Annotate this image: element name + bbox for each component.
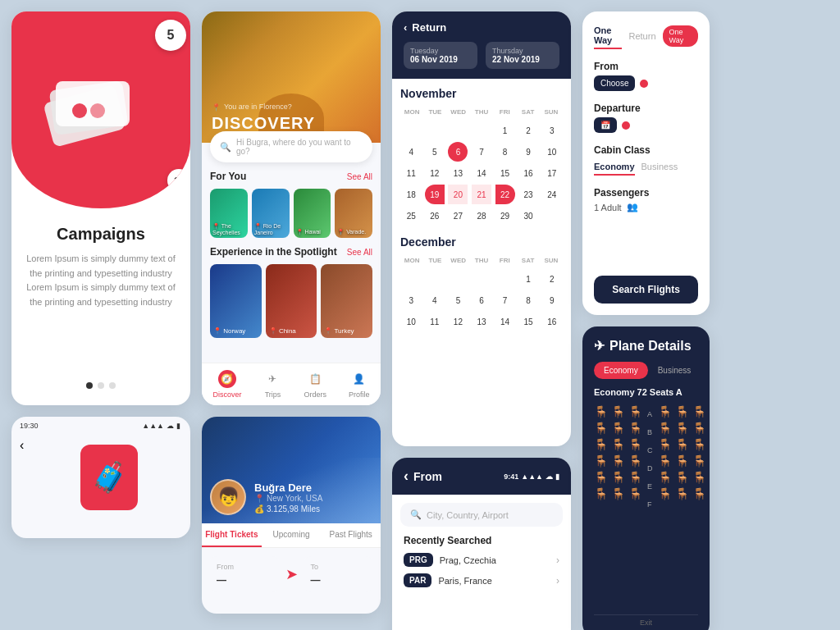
seat-e2[interactable]: 🪑: [611, 471, 625, 484]
seat-a3[interactable]: 🪑: [628, 405, 642, 418]
profile-header: 👦 Buğra Dere 📍 New York, USA 💰 3.125,98 …: [202, 417, 381, 523]
seat-re1[interactable]: 🪑: [658, 471, 672, 484]
seat-b2[interactable]: 🪑: [611, 422, 625, 435]
tab-past-flights[interactable]: Past Flights: [321, 523, 381, 547]
dot-1[interactable]: [86, 382, 93, 389]
back-button[interactable]: ‹: [20, 438, 24, 453]
seat-ra1[interactable]: 🪑: [658, 405, 672, 418]
one-way-option[interactable]: One Way: [594, 23, 622, 49]
photo-rio-label: 📍 Rio De Janeiro: [254, 223, 290, 235]
location-icon: 📍: [254, 494, 264, 503]
photo-rio[interactable]: 📍 Rio De Janeiro: [252, 189, 290, 238]
seat-a1[interactable]: 🪑: [594, 405, 608, 418]
seat-d3[interactable]: 🪑: [628, 454, 642, 468]
dep-date: 06 Nov 2019: [410, 55, 471, 64]
location-pin-icon: 📍: [212, 103, 221, 112]
business-option[interactable]: Business: [641, 159, 678, 176]
seat-rc2[interactable]: 🪑: [675, 438, 689, 451]
nav-discover[interactable]: 🧭 Discover: [212, 370, 241, 399]
seat-rd2[interactable]: 🪑: [675, 454, 689, 468]
seat-rd3[interactable]: 🪑: [692, 454, 706, 468]
discovery-search-bar[interactable]: 🔍 Hi Bugra, where do you want to go?: [210, 131, 372, 162]
photo-turkey[interactable]: 📍 Turkey: [321, 264, 372, 338]
seat-c1[interactable]: 🪑: [594, 438, 608, 451]
seat-rc1[interactable]: 🪑: [658, 438, 672, 451]
tab-upcoming[interactable]: Upcoming: [262, 523, 322, 547]
for-you-header: For You See All: [210, 171, 372, 182]
seat-c3[interactable]: 🪑: [628, 438, 642, 451]
nav-trips[interactable]: ✈ Trips: [263, 370, 281, 399]
campaigns-hero: 5 10 ↑: [11, 11, 190, 208]
seat-e1[interactable]: 🪑: [594, 471, 608, 484]
nav-orders[interactable]: 📋 Orders: [304, 370, 326, 399]
profile-name-block: Buğra Dere 📍 New York, USA 💰 3.125,98 Mi…: [254, 482, 322, 514]
from-search-input[interactable]: 🔍 City, Country, Airport: [400, 503, 563, 527]
seat-rb2[interactable]: 🪑: [675, 422, 689, 435]
photo-china[interactable]: 📍 China: [266, 264, 317, 338]
row-label-e: E: [647, 479, 653, 494]
recent-item-prg[interactable]: PRG Prag, Czechia ›: [404, 553, 559, 567]
seat-rb1[interactable]: 🪑: [658, 422, 672, 435]
departure-field: Departure 📅: [594, 103, 698, 133]
seat-e3-selected[interactable]: 🪑: [628, 471, 642, 484]
seat-re2[interactable]: 🪑: [675, 471, 689, 484]
return-date-box[interactable]: Thursday 22 Nov 2019: [486, 42, 559, 69]
photo-seychelles[interactable]: 📍 The Seychelles: [210, 189, 248, 238]
photo-varadero[interactable]: 📍 Varade.: [335, 189, 372, 238]
seat-rf1[interactable]: 🪑: [658, 487, 672, 500]
economy-option[interactable]: Economy: [594, 159, 635, 176]
prg-code: PRG: [404, 553, 433, 567]
dec-dow-row: MON TUE WED THU FRI SAT SUN: [400, 255, 563, 266]
dec-week-2: 3 4 5 6 7 8 9: [400, 290, 563, 310]
dot-3[interactable]: [109, 382, 116, 389]
cabin-options-row: Economy Business: [594, 159, 698, 176]
seat-rf3[interactable]: 🪑: [692, 487, 706, 500]
seat-a2[interactable]: 🪑: [611, 405, 625, 418]
seat-ra2[interactable]: 🪑: [675, 405, 689, 418]
choose-button[interactable]: Choose: [594, 75, 635, 91]
seat-f3[interactable]: 🪑: [628, 487, 642, 500]
seat-b1[interactable]: 🪑: [594, 422, 608, 435]
for-you-photos: 📍 The Seychelles 📍 Rio De Janeiro 📍 Hawa…: [210, 189, 372, 238]
seat-rc3[interactable]: 🪑: [692, 438, 706, 451]
dot-2[interactable]: [98, 382, 104, 389]
spotlight-see-all[interactable]: See All: [347, 248, 372, 257]
seat-d1[interactable]: 🪑: [594, 454, 608, 468]
from-back-icon[interactable]: ‹: [404, 468, 409, 485]
november-heading: November: [400, 87, 563, 100]
seat-re3[interactable]: 🪑: [692, 471, 706, 484]
passengers-field: Passengers 1 Adult 👥: [594, 187, 698, 212]
seat-rf2[interactable]: 🪑: [675, 487, 689, 500]
photo-norway[interactable]: 📍 Norway: [210, 264, 262, 338]
par-code: PAR: [404, 573, 431, 587]
for-you-see-all[interactable]: See All: [347, 172, 372, 181]
luggage-icon: 🧳: [80, 445, 138, 510]
calendar-body: November MON TUE WED THU FRI SAT SUN 1: [392, 79, 571, 341]
campaigns-title: Campaigns: [26, 225, 176, 244]
discovery-overlay: 📍 You are in Florence? DISCOVERY: [202, 11, 381, 143]
search-flights-button[interactable]: Search Flights: [594, 276, 698, 304]
back-chevron-icon: ‹: [404, 21, 407, 34]
seat-d2[interactable]: 🪑: [611, 454, 625, 468]
return-option[interactable]: Return: [628, 29, 655, 43]
departure-date-box[interactable]: Tuesday 06 Nov 2019: [404, 42, 477, 69]
recent-item-par[interactable]: PAR Paris, France ›: [404, 573, 559, 587]
seat-f1-selected[interactable]: 🪑: [594, 487, 608, 500]
seat-b3[interactable]: 🪑: [628, 422, 642, 435]
seat-f2[interactable]: 🪑: [611, 487, 625, 500]
photo-hawaii[interactable]: 📍 Hawai: [294, 189, 331, 238]
seat-rb3[interactable]: 🪑: [692, 422, 706, 435]
from-dot-icon: [640, 80, 648, 88]
departure-date-button[interactable]: 📅: [594, 117, 617, 133]
seat-c2[interactable]: 🪑: [611, 438, 625, 451]
seat-rd1[interactable]: 🪑: [658, 454, 672, 468]
business-tab[interactable]: Business: [648, 362, 701, 379]
tab-flight-tickets[interactable]: Flight Tickets: [202, 523, 262, 547]
back-button[interactable]: ‹ Return: [404, 21, 559, 34]
for-you-title: For You: [210, 171, 246, 182]
nav-profile[interactable]: 👤 Profile: [349, 370, 370, 399]
seat-ra3[interactable]: 🪑: [692, 405, 706, 418]
card-dot-red-1: [72, 103, 87, 118]
economy-tab[interactable]: Economy: [594, 362, 648, 379]
bottom-nav: 🧭 Discover ✈ Trips 📋 Orders 👤 Profile: [202, 363, 381, 405]
